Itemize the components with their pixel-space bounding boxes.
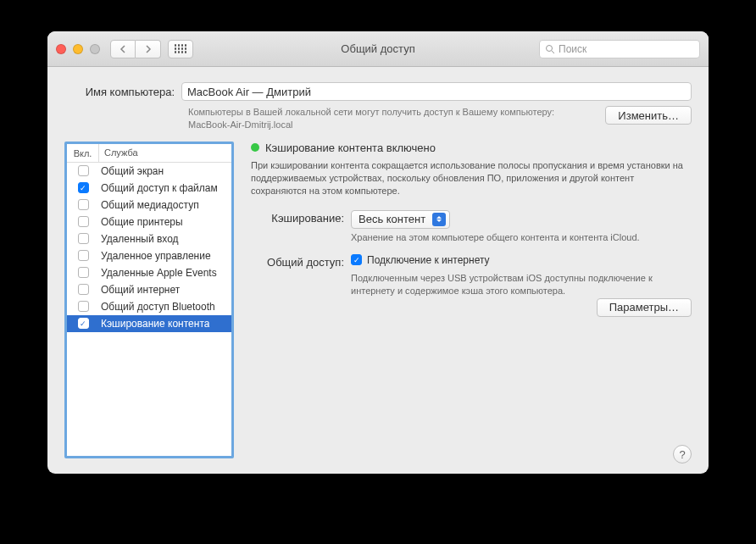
svg-point-0: [547, 45, 553, 51]
service-row[interactable]: Общий доступ Bluetooth: [67, 298, 231, 315]
show-all-button[interactable]: [168, 40, 193, 58]
service-label: Удаленный вход: [99, 233, 179, 245]
status-title: Кэширование контента включено: [265, 142, 436, 154]
share-label: Общий доступ:: [251, 254, 344, 269]
service-checkbox[interactable]: [78, 284, 89, 295]
cache-label: Кэширование:: [251, 210, 344, 225]
detail-pane: Кэширование контента включено При кэширо…: [251, 142, 692, 458]
service-label: Общие принтеры: [99, 216, 183, 228]
share-hint: Подключенным через USB устройствам iOS д…: [351, 272, 692, 298]
service-label: Общий доступ Bluetooth: [99, 301, 215, 313]
search-placeholder: Поиск: [559, 43, 586, 55]
service-checkbox[interactable]: [78, 301, 89, 312]
service-label: Общий доступ к файлам: [99, 182, 218, 194]
close-icon[interactable]: [56, 44, 66, 54]
service-row[interactable]: Удаленное управление: [67, 247, 231, 264]
service-row[interactable]: Общий интернет: [67, 281, 231, 298]
service-label: Общий экран: [99, 165, 164, 177]
back-button[interactable]: [110, 40, 136, 58]
internet-sharing-label: Подключение к интернету: [367, 254, 490, 266]
service-row[interactable]: Общий экран: [67, 163, 231, 180]
minimize-icon[interactable]: [73, 44, 83, 54]
service-checkbox[interactable]: ✓: [78, 182, 89, 193]
service-checkbox[interactable]: [78, 233, 89, 244]
search-icon: [545, 44, 555, 54]
search-input[interactable]: Поиск: [539, 40, 700, 58]
service-label: Общий медиадоступ: [99, 199, 199, 211]
svg-line-1: [552, 51, 554, 53]
cache-select-value: Весь контент: [359, 213, 425, 225]
computer-name-input[interactable]: [181, 82, 692, 101]
computer-name-hint: Компьютеры в Вашей локальной сети могут …: [188, 106, 598, 131]
service-row[interactable]: Удаленные Apple Events: [67, 264, 231, 281]
service-row[interactable]: ✓Общий доступ к файлам: [67, 180, 231, 197]
titlebar: Общий доступ Поиск: [47, 31, 709, 67]
service-row[interactable]: Удаленный вход: [67, 230, 231, 247]
service-row[interactable]: Общий медиадоступ: [67, 197, 231, 214]
internet-sharing-checkbox[interactable]: ✓: [351, 254, 362, 265]
content-body: Имя компьютера: Компьютеры в Вашей локал…: [47, 67, 709, 474]
service-label: Удаленные Apple Events: [99, 267, 217, 279]
help-button[interactable]: ?: [673, 445, 692, 464]
nav-segment: [110, 40, 161, 58]
cache-hint: Хранение на этом компьютере общего конте…: [351, 232, 692, 242]
service-checkbox[interactable]: [78, 216, 89, 227]
edit-button[interactable]: Изменить…: [605, 106, 692, 125]
service-label: Кэширование контента: [99, 318, 209, 330]
status-description: При кэшировании контента сокращается исп…: [251, 159, 692, 198]
service-checkbox[interactable]: [78, 250, 89, 261]
service-row[interactable]: ✓Кэширование контента: [67, 315, 231, 332]
service-checkbox[interactable]: [78, 165, 89, 176]
zoom-icon[interactable]: [90, 44, 100, 54]
header-on: Вкл.: [67, 144, 99, 162]
traffic-lights: [56, 44, 100, 54]
service-checkbox[interactable]: [78, 199, 89, 210]
service-checkbox[interactable]: [78, 267, 89, 278]
computer-name-label: Имя компьютера:: [64, 86, 175, 98]
forward-button[interactable]: [136, 40, 161, 58]
services-list: Вкл. Служба Общий экран✓Общий доступ к ф…: [64, 142, 234, 458]
header-service: Служба: [99, 147, 138, 158]
service-label: Удаленное управление: [99, 250, 211, 262]
options-button[interactable]: Параметры…: [597, 298, 692, 317]
services-header: Вкл. Служба: [67, 144, 231, 163]
service-checkbox[interactable]: ✓: [78, 318, 89, 329]
cache-select[interactable]: Весь контент: [351, 210, 450, 229]
chevron-updown-icon: [432, 213, 446, 226]
preferences-window: Общий доступ Поиск Имя компьютера: Компь…: [47, 31, 709, 474]
status-dot-icon: [251, 143, 259, 152]
service-label: Общий интернет: [99, 284, 180, 296]
service-row[interactable]: Общие принтеры: [67, 214, 231, 230]
